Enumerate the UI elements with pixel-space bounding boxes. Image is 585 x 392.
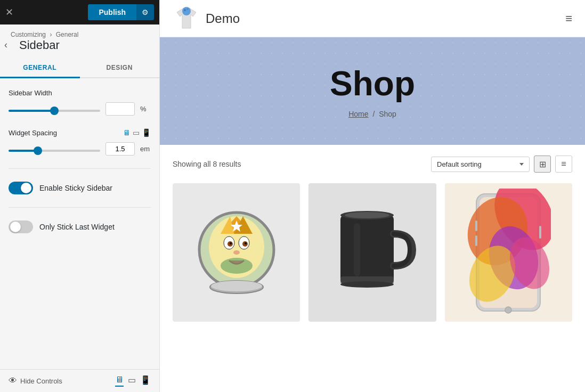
gear-icon: ⚙ (142, 8, 149, 17)
svg-point-14 (245, 242, 247, 244)
product-card-3[interactable] (445, 183, 572, 322)
product-image-3 (466, 189, 551, 316)
svg-point-15 (233, 250, 240, 255)
widget-spacing-row: 1.5 em (9, 142, 151, 156)
svg-point-1 (184, 9, 186, 11)
sticky-sidebar-knob (21, 183, 31, 193)
close-button[interactable]: ✕ (5, 7, 13, 17)
top-bar: ✕ Publish ⚙ (0, 0, 159, 24)
grid-view-button[interactable]: ⊞ (534, 156, 551, 173)
tab-design[interactable]: DESIGN (80, 59, 160, 78)
hero-banner: Shop Home / Shop (160, 37, 585, 145)
shop-content: Showing all 8 results Default sorting So… (160, 145, 585, 392)
panel-content: Sidebar Width % Widget Spacing 🖥 ▭ 📱 (0, 78, 159, 369)
publish-area: Publish ⚙ (88, 4, 154, 20)
product-image-2 (324, 194, 420, 311)
sticky-sidebar-label: Enable Sticky Sidebar (39, 184, 112, 192)
divider-2 (9, 207, 151, 208)
svg-point-16 (221, 258, 253, 274)
hide-controls-button[interactable]: 👁 Hide Controls (9, 376, 62, 386)
divider-1 (9, 168, 151, 169)
breadcrumb-home-link[interactable]: Home (348, 110, 368, 118)
svg-point-33 (505, 307, 511, 313)
mobile-icon[interactable]: 📱 (142, 128, 151, 137)
svg-rect-34 (475, 220, 477, 231)
hamburger-menu[interactable]: ≡ (565, 12, 572, 26)
last-widget-knob (10, 222, 21, 232)
sidebar-width-label: Sidebar Width (9, 89, 151, 97)
widget-spacing-label: Widget Spacing (9, 129, 57, 137)
product-grid (173, 183, 572, 322)
list-icon: ≡ (561, 159, 566, 169)
site-name: Demo (206, 11, 240, 26)
tab-general[interactable]: GENERAL (0, 59, 80, 78)
product-image-1 (189, 205, 285, 300)
bottom-device-icons: 🖥 ▭ 📱 (115, 375, 151, 387)
hero-title: Shop (170, 64, 574, 103)
sidebar-width-slider-container (9, 104, 100, 114)
svg-rect-23 (354, 223, 360, 276)
widget-spacing-control: Widget Spacing 🖥 ▭ 📱 1.5 em (9, 128, 151, 156)
sidebar-width-input[interactable] (105, 102, 135, 116)
widget-spacing-slider-container (9, 144, 100, 154)
bottom-mobile-icon[interactable]: 📱 (140, 375, 151, 387)
breadcrumb-row: ‹ Customizing › General Sidebar (0, 24, 159, 59)
sort-select[interactable]: Default sorting Sort by popularity Sort … (431, 157, 530, 172)
svg-rect-20 (340, 215, 394, 284)
bottom-desktop-icon[interactable]: 🖥 (115, 375, 124, 387)
svg-point-2 (187, 8, 189, 10)
product-card-1[interactable] (173, 183, 300, 322)
sticky-sidebar-row: Enable Sticky Sidebar (9, 177, 151, 199)
bottom-tablet-icon[interactable]: ▭ (128, 375, 136, 387)
svg-point-19 (211, 281, 262, 291)
sidebar-width-unit: % (140, 105, 151, 113)
sidebar-width-slider[interactable] (9, 110, 100, 112)
svg-point-25 (340, 281, 394, 288)
list-view-button[interactable]: ≡ (555, 156, 572, 173)
widget-spacing-slider[interactable] (9, 150, 100, 152)
site-header: Demo ≡ (160, 0, 585, 37)
tab-bar: GENERAL DESIGN (0, 59, 159, 78)
customizer-panel: ✕ Publish ⚙ ‹ Customizing › General Side… (0, 0, 160, 392)
panel-title: Sidebar (11, 38, 78, 59)
publish-gear-button[interactable]: ⚙ (136, 4, 154, 20)
hide-controls-label: Hide Controls (20, 377, 62, 385)
sidebar-width-control: Sidebar Width % (9, 89, 151, 116)
hero-breadcrumb: Home / Shop (170, 110, 574, 118)
desktop-icon[interactable]: 🖥 (123, 128, 131, 137)
sort-area: Default sorting Sort by popularity Sort … (431, 156, 572, 173)
svg-rect-36 (539, 226, 541, 239)
svg-point-13 (230, 242, 232, 244)
product-card-2[interactable] (308, 183, 436, 322)
site-logo: Demo (173, 5, 240, 32)
bottom-bar: 👁 Hide Controls 🖥 ▭ 📱 (0, 369, 159, 392)
back-button[interactable]: ‹ (4, 39, 7, 51)
grid-icon: ⊞ (539, 159, 546, 169)
widget-spacing-label-row: Widget Spacing 🖥 ▭ 📱 (9, 128, 151, 137)
widget-spacing-unit: em (140, 145, 151, 153)
last-widget-label: Only Stick Last Widget (39, 223, 115, 231)
preview-panel: Demo ≡ Shop Home / Shop Showing all 8 re… (160, 0, 585, 392)
last-widget-toggle[interactable] (9, 220, 33, 233)
tablet-icon[interactable]: ▭ (133, 128, 140, 137)
sidebar-width-row: % (9, 102, 151, 116)
svg-point-22 (345, 212, 389, 218)
last-widget-row: Only Stick Last Widget (9, 216, 151, 238)
device-icon-group: 🖥 ▭ 📱 (123, 128, 151, 137)
results-count: Showing all 8 results (173, 160, 241, 168)
shop-toolbar: Showing all 8 results Default sorting So… (173, 156, 572, 173)
svg-rect-35 (475, 235, 477, 246)
logo-icon (173, 5, 200, 32)
breadcrumb: Customizing › General (11, 31, 78, 38)
sticky-sidebar-toggle[interactable] (9, 182, 33, 194)
eye-icon: 👁 (9, 376, 17, 386)
publish-button[interactable]: Publish (88, 4, 136, 20)
svg-point-0 (182, 7, 191, 15)
widget-spacing-input[interactable]: 1.5 (105, 142, 135, 156)
